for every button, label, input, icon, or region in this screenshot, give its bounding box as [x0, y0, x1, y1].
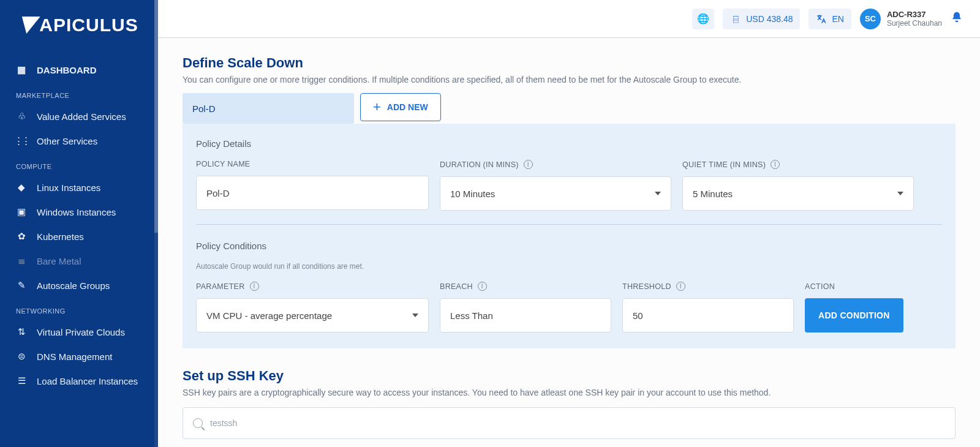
brand-name: APICULUS — [39, 15, 138, 36]
breach-input-wrap — [440, 298, 611, 332]
info-icon[interactable]: i — [478, 282, 487, 291]
nav-other-services[interactable]: Other Services — [0, 129, 158, 153]
language-chip[interactable]: EN — [809, 9, 851, 29]
nav-vpc[interactable]: Virtual Private Clouds — [0, 320, 158, 344]
language-code: EN — [832, 14, 843, 24]
region-chip[interactable] — [692, 9, 714, 29]
action-field: ACTION ADD CONDITION — [805, 282, 915, 332]
parameter-label-text: PARAMETER — [196, 282, 245, 291]
user-name: Surjeet Chauhan — [887, 19, 942, 28]
add-condition-label: ADD CONDITION — [818, 310, 890, 320]
duration-field: DURATION (IN MINS) i 10 Minutes — [440, 160, 671, 211]
linux-icon — [16, 182, 27, 193]
caret-down-icon — [412, 314, 418, 317]
notifications-button[interactable] — [951, 11, 963, 26]
parameter-select[interactable]: VM CPU - average percentage — [196, 298, 429, 332]
parameter-field: PARAMETER i VM CPU - average percentage — [196, 282, 429, 332]
info-icon[interactable]: i — [676, 282, 685, 291]
policy-details-heading: Policy Details — [196, 138, 942, 149]
parameter-value: VM CPU - average percentage — [206, 310, 332, 321]
plus-icon: + — [373, 100, 381, 114]
nav-autoscale[interactable]: Autoscale Groups — [0, 273, 158, 298]
policy-tab-row: Pol-D + ADD NEW — [183, 93, 956, 124]
nav-windows[interactable]: Windows Instances — [0, 200, 158, 224]
caret-down-icon — [655, 192, 661, 195]
scale-down-title: Define Scale Down — [183, 55, 956, 71]
other-services-icon — [16, 135, 27, 146]
nav-dashboard[interactable]: DASHBOARD — [0, 58, 158, 82]
nav-group-compute-title: COMPUTE — [0, 153, 158, 175]
windows-icon — [16, 206, 27, 217]
scale-down-desc: You can configure one or more trigger co… — [183, 75, 956, 85]
duration-label: DURATION (IN MINS) i — [440, 160, 671, 169]
sidebar-scrollbar-thumb[interactable] — [154, 0, 158, 233]
ssh-search-box[interactable]: testssh — [183, 407, 956, 439]
quiet-time-value: 5 Minutes — [693, 189, 733, 199]
wallet-chip[interactable]: USD 438.48 — [723, 9, 800, 29]
policy-conditions-heading: Policy Conditions — [196, 241, 942, 251]
vas-icon — [16, 111, 27, 122]
avatar-initials: SC — [865, 14, 876, 23]
nav-lb[interactable]: Load Balancer Instances — [0, 369, 158, 393]
policy-name-input-wrap — [196, 176, 429, 210]
quiet-time-select[interactable]: 5 Minutes — [682, 176, 914, 211]
breach-field: BREACH i — [440, 282, 611, 332]
add-new-label: ADD NEW — [387, 102, 428, 112]
nav-autoscale-label: Autoscale Groups — [37, 280, 110, 291]
breach-label: BREACH i — [440, 282, 611, 291]
threshold-label: THRESHOLD i — [622, 282, 794, 291]
policy-conditions-note: Autoscale Group would run if all conditi… — [196, 262, 942, 271]
user-code: ADC-R337 — [887, 10, 942, 20]
policy-tab[interactable]: Pol-D — [183, 93, 354, 124]
search-icon — [193, 418, 203, 428]
wallet-icon — [730, 13, 741, 24]
ssh-search-wrap: testssh — [183, 407, 956, 439]
user-menu[interactable]: SC ADC-R337 Surjeet Chauhan — [860, 9, 942, 29]
dns-icon — [16, 351, 27, 362]
quiet-time-label: QUIET TIME (IN MINS) i — [682, 160, 914, 169]
policy-details-row: POLICY NAME DURATION (IN MINS) i 10 Minu… — [196, 160, 942, 211]
caret-down-icon — [897, 192, 903, 195]
main-column: USD 438.48 EN SC ADC-R337 Surjeet Chauha… — [158, 0, 980, 447]
nav-linux[interactable]: Linux Instances — [0, 175, 158, 200]
nav-vas-label: Value Added Services — [37, 111, 126, 122]
policy-name-input[interactable] — [206, 188, 418, 198]
policy-name-field: POLICY NAME — [196, 160, 429, 211]
nav-vas[interactable]: Value Added Services — [0, 104, 158, 129]
nav-linux-label: Linux Instances — [37, 182, 100, 193]
ssh-desc: SSH key pairs are a cryptographically se… — [183, 388, 956, 397]
threshold-input[interactable] — [633, 310, 783, 321]
info-icon[interactable]: i — [524, 160, 533, 169]
info-icon[interactable]: i — [771, 160, 780, 169]
parameter-label: PARAMETER i — [196, 282, 429, 291]
breach-input[interactable] — [450, 310, 601, 321]
sidebar: APICULUS DASHBOARD MARKETPLACE Value Add… — [0, 0, 158, 447]
duration-select[interactable]: 10 Minutes — [440, 176, 671, 211]
add-condition-button[interactable]: ADD CONDITION — [805, 298, 903, 332]
brand-logo: APICULUS — [0, 15, 158, 48]
info-icon[interactable]: i — [250, 282, 259, 291]
threshold-field: THRESHOLD i — [622, 282, 794, 332]
threshold-input-wrap — [622, 298, 794, 332]
content-area: Define Scale Down You can configure one … — [158, 38, 980, 447]
nav-bare-metal[interactable]: Bare Metal — [0, 249, 158, 273]
policy-name-label: POLICY NAME — [196, 160, 429, 168]
dashboard-icon — [16, 64, 27, 75]
lb-icon — [16, 375, 27, 386]
nav-dns[interactable]: DNS Management — [0, 344, 158, 369]
action-label: ACTION — [805, 282, 915, 291]
globe-icon — [698, 13, 709, 24]
ssh-search-placeholder: testssh — [210, 418, 237, 428]
translate-icon — [816, 13, 827, 24]
user-meta: ADC-R337 Surjeet Chauhan — [887, 10, 942, 28]
nav-lb-label: Load Balancer Instances — [37, 376, 138, 386]
topbar: USD 438.48 EN SC ADC-R337 Surjeet Chauha… — [158, 0, 980, 38]
policy-panel: Policy Details POLICY NAME DURATION (IN … — [183, 124, 956, 348]
nav-group-marketplace-title: MARKETPLACE — [0, 82, 158, 104]
nav-kubernetes-label: Kubernetes — [37, 231, 84, 242]
nav-kubernetes[interactable]: Kubernetes — [0, 224, 158, 249]
bare-metal-icon — [16, 255, 27, 266]
nav-windows-label: Windows Instances — [37, 207, 116, 217]
nav-vpc-label: Virtual Private Clouds — [37, 327, 125, 337]
add-new-button[interactable]: + ADD NEW — [360, 93, 441, 121]
